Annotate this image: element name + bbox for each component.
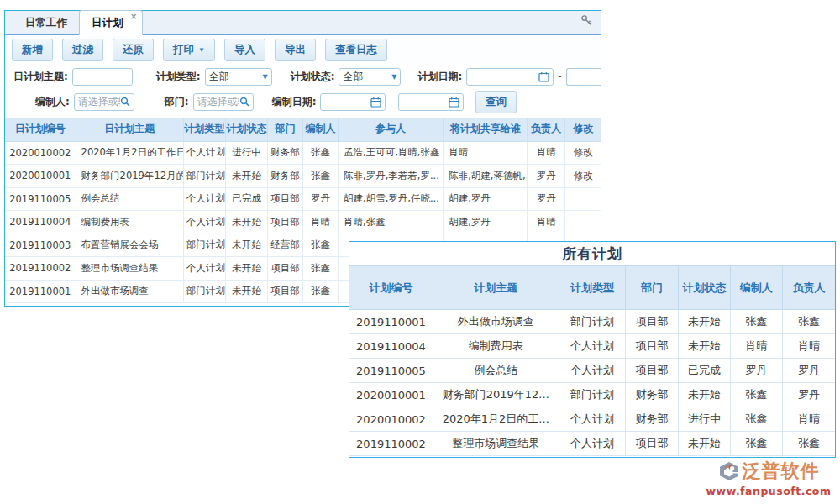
search-button[interactable]: 查询: [475, 91, 517, 113]
col-participants[interactable]: 参与人: [339, 118, 444, 141]
calendar-icon[interactable]: [538, 71, 549, 82]
cell-subject[interactable]: 编制费用表: [76, 211, 183, 234]
vendor-url[interactable]: www.fanpusoft.com: [706, 485, 832, 497]
created-date-label: 编制日期:: [272, 95, 317, 109]
created-date-to[interactable]: [398, 93, 464, 111]
plan-date-from[interactable]: [466, 68, 554, 86]
cell-subject[interactable]: 2020年1月2日的工作日...: [76, 141, 183, 165]
cell-id[interactable]: 2020010001: [5, 165, 76, 188]
table-row[interactable]: 2020010001财务部门2019年12...部门计划财务部未开始张鑫罗丹: [349, 383, 835, 407]
status-label: 计划状态:: [291, 70, 335, 84]
cell-dept: 财务部: [626, 407, 679, 432]
col-responsible[interactable]: 负责人: [528, 118, 565, 141]
col-share-with[interactable]: 将计划共享给谁: [444, 118, 528, 141]
cell-status: 未开始: [679, 310, 730, 334]
col-modify[interactable]: 修改: [565, 118, 601, 141]
view-log-button[interactable]: 查看日志: [325, 39, 387, 61]
col-creator[interactable]: 编制人: [302, 118, 338, 141]
creator-input[interactable]: [78, 96, 120, 108]
cell-responsible[interactable]: 罗丹: [528, 187, 565, 211]
table-row[interactable]: 2020010001财务部门2019年12月的...部门计划未开始财务部张鑫陈非…: [5, 165, 601, 188]
import-button[interactable]: 导入: [224, 39, 265, 61]
cell-id: 2019110004: [349, 334, 433, 359]
cell-subject[interactable]: 外出做市场调查: [76, 280, 183, 303]
add-button[interactable]: 新增: [12, 39, 53, 61]
table-row[interactable]: 2019110002整理市场调查结果个人计划项目部未开始张鑫张鑫: [349, 432, 835, 456]
table-row[interactable]: 2019110005例会总结个人计划已完成项目部罗丹胡建,胡雪,罗丹,任晓...…: [5, 187, 601, 211]
cell-responsible[interactable]: 肖晴: [528, 211, 565, 234]
creator-picker[interactable]: [74, 93, 134, 111]
cell-responsible: 肖晴: [783, 334, 835, 359]
col-subject[interactable]: 日计划主题: [76, 118, 183, 141]
status-select[interactable]: 全部 ▼: [339, 68, 401, 86]
cell-creator: 张鑫: [302, 280, 338, 303]
col-plan-id[interactable]: 日计划编号: [5, 118, 76, 141]
cell-id[interactable]: 2020010002: [5, 141, 76, 165]
cell-responsible[interactable]: 罗丹: [528, 165, 565, 188]
calendar-icon[interactable]: [370, 97, 381, 108]
cell-modify[interactable]: 修改: [565, 165, 601, 188]
created-date-to-input[interactable]: [402, 96, 449, 108]
search-icon[interactable]: [120, 97, 130, 107]
print-button[interactable]: 打印 ▼: [163, 39, 215, 61]
cell-status: 已完成: [679, 359, 730, 383]
created-date-from[interactable]: [320, 93, 386, 111]
cell-modify[interactable]: 修改: [565, 141, 601, 165]
cell-id[interactable]: 2019110004: [5, 211, 76, 234]
col-dept[interactable]: 部门: [267, 118, 302, 141]
cell-subject[interactable]: 例会总结: [76, 187, 183, 211]
col-type[interactable]: 计划类型: [559, 266, 626, 310]
tab-daily-plan[interactable]: 日计划 ×: [79, 10, 143, 35]
cell-id[interactable]: 2019110003: [5, 234, 76, 257]
filter-button[interactable]: 过滤: [62, 39, 103, 61]
col-responsible[interactable]: 负责人: [783, 266, 835, 310]
search-icon[interactable]: [239, 97, 249, 107]
cell-subject[interactable]: 财务部门2019年12月的...: [76, 165, 183, 188]
close-icon[interactable]: ×: [130, 12, 137, 21]
table-row[interactable]: 2019110001外出做市场调查部门计划项目部未开始张鑫张鑫: [349, 310, 835, 334]
col-type[interactable]: 计划类型: [183, 118, 225, 141]
type-select[interactable]: 全部 ▼: [205, 68, 272, 86]
subject-input[interactable]: [76, 71, 129, 82]
cell-responsible[interactable]: 肖晴: [528, 141, 565, 165]
table-row[interactable]: 20200100022020年1月2日的工...个人计划财务部进行中张鑫肖晴: [349, 407, 835, 432]
created-date-from-input[interactable]: [324, 96, 370, 108]
col-plan-id[interactable]: 计划编号: [349, 266, 433, 310]
cell-type: 部门计划: [559, 310, 626, 334]
cell-modify[interactable]: [565, 187, 601, 211]
chevron-down-icon: ▼: [391, 73, 396, 81]
cell-creator: 肖晴: [730, 334, 782, 359]
tab-daily-work[interactable]: 日常工作: [13, 11, 79, 34]
table-row[interactable]: 2019110005例会总结个人计划项目部已完成罗丹罗丹: [349, 359, 835, 383]
key-icon[interactable]: [580, 13, 592, 29]
cell-status: 未开始: [679, 383, 730, 407]
cell-subject[interactable]: 布置营销展会会场: [76, 234, 183, 257]
cell-dept: 项目部: [626, 359, 679, 383]
cell-type: 个人计划: [183, 211, 225, 234]
export-button[interactable]: 导出: [275, 39, 316, 61]
restore-button[interactable]: 还原: [113, 39, 154, 61]
cell-creator: 张鑫: [302, 141, 338, 165]
cell-id[interactable]: 2019110001: [5, 280, 76, 303]
cell-status: 未开始: [679, 432, 730, 456]
table-row[interactable]: 2019110004编制费用表个人计划未开始项目部肖晴肖晴,张鑫胡建,罗丹肖晴: [5, 211, 601, 234]
calendar-icon[interactable]: [449, 97, 459, 108]
col-dept[interactable]: 部门: [626, 266, 679, 310]
plan-date-to[interactable]: [566, 68, 601, 86]
plan-date-from-input[interactable]: [470, 71, 538, 82]
dept-input[interactable]: [197, 96, 239, 108]
table-row[interactable]: 2019110004编制费用表个人计划项目部未开始肖晴肖晴: [349, 334, 835, 359]
dept-picker[interactable]: [193, 93, 254, 111]
table-row[interactable]: 20200100022020年1月2日的工作日...个人计划进行中财务部张鑫孟浩…: [5, 141, 601, 165]
cell-dept: 项目部: [267, 280, 302, 303]
cell-id: 2020010002: [349, 407, 433, 432]
cell-modify[interactable]: [565, 211, 601, 234]
col-creator[interactable]: 编制人: [730, 266, 782, 310]
cell-id[interactable]: 2019110002: [5, 257, 76, 281]
cell-id[interactable]: 2019110005: [5, 187, 76, 211]
plan-date-to-input[interactable]: [570, 71, 598, 82]
cell-subject[interactable]: 整理市场调查结果: [76, 257, 183, 281]
col-subject[interactable]: 计划主题: [433, 266, 559, 310]
col-status[interactable]: 计划状态: [679, 266, 730, 310]
col-status[interactable]: 计划状态: [225, 118, 267, 141]
